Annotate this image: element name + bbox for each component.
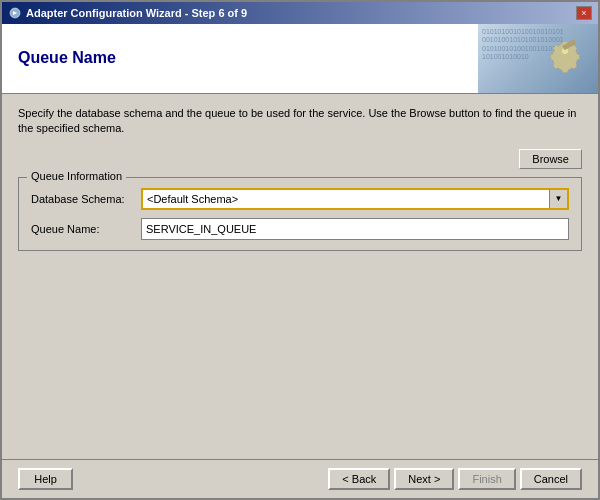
app-icon <box>8 6 22 20</box>
next-button[interactable]: Next > <box>394 468 454 490</box>
footer-left: Help <box>18 468 73 490</box>
database-schema-label: Database Schema: <box>31 193 141 205</box>
finish-button[interactable]: Finish <box>458 468 515 490</box>
header-text-area: Queue Name <box>2 24 478 93</box>
browse-button[interactable]: Browse <box>519 149 582 169</box>
header-section: Queue Name 01010100101001001010100101001… <box>2 24 598 94</box>
queue-information-group: Queue Information Database Schema: <Defa… <box>18 177 582 251</box>
queue-name-row: Queue Name: <box>31 218 569 240</box>
browse-row: Browse <box>18 149 582 169</box>
header-graphic: 0101010010100100101010010100101010010100… <box>478 24 598 93</box>
close-button[interactable]: × <box>576 6 592 20</box>
description-text: Specify the database schema and the queu… <box>18 106 582 137</box>
window-title: Adapter Configuration Wizard - Step 6 of… <box>26 7 247 19</box>
content-area: Specify the database schema and the queu… <box>2 94 598 459</box>
title-bar-left: Adapter Configuration Wizard - Step 6 of… <box>8 6 247 20</box>
database-schema-select[interactable]: <Default Schema> <box>141 188 569 210</box>
back-button[interactable]: < Back <box>328 468 390 490</box>
queue-name-label: Queue Name: <box>31 223 141 235</box>
page-title: Queue Name <box>18 49 462 67</box>
footer-right: < Back Next > Finish Cancel <box>328 468 582 490</box>
queue-name-input[interactable] <box>141 218 569 240</box>
cancel-button[interactable]: Cancel <box>520 468 582 490</box>
content-spacer <box>18 251 582 447</box>
title-bar: Adapter Configuration Wizard - Step 6 of… <box>2 2 598 24</box>
help-button[interactable]: Help <box>18 468 73 490</box>
queue-group-legend: Queue Information <box>27 170 126 182</box>
gear-icon <box>540 32 590 85</box>
footer: Help < Back Next > Finish Cancel <box>2 459 598 498</box>
database-schema-row: Database Schema: <Default Schema> ▼ <box>31 188 569 210</box>
wizard-window: Adapter Configuration Wizard - Step 6 of… <box>0 0 600 500</box>
database-schema-wrapper: <Default Schema> ▼ <box>141 188 569 210</box>
